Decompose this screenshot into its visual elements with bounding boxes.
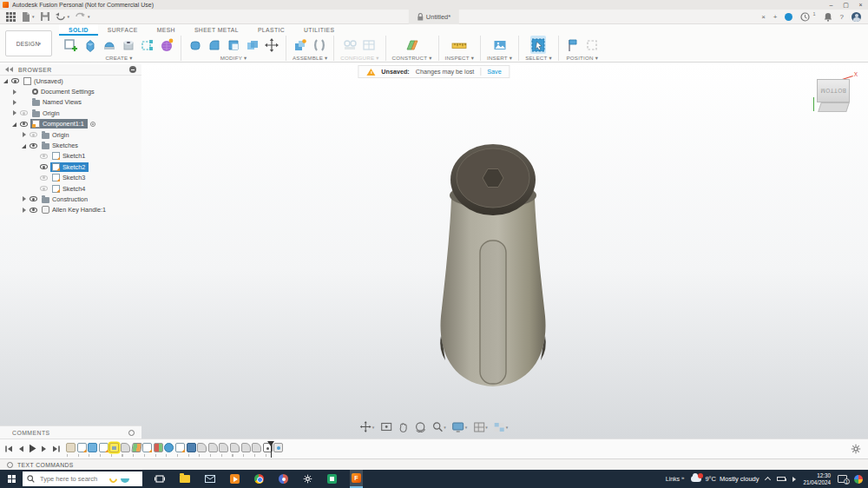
create-form-icon[interactable] bbox=[159, 37, 174, 53]
expand-arrow-icon[interactable] bbox=[12, 89, 17, 95]
movies-tv-icon[interactable] bbox=[228, 470, 241, 488]
minimize-button[interactable]: – bbox=[824, 2, 838, 9]
view-cube[interactable]: X BOTTOM bbox=[809, 73, 858, 118]
mail-icon[interactable] bbox=[203, 470, 217, 488]
browser-item[interactable]: Sketch4 bbox=[0, 183, 141, 194]
timeline-feature[interactable] bbox=[77, 443, 87, 452]
timeline-feature[interactable] bbox=[109, 443, 119, 452]
timeline-feature[interactable] bbox=[252, 443, 261, 452]
visibility-eye-icon[interactable] bbox=[30, 196, 37, 201]
document-tab[interactable]: Untitled* bbox=[409, 10, 459, 24]
app-grid-icon[interactable] bbox=[6, 12, 16, 22]
workspace-selector[interactable]: DESIGN ▾ bbox=[5, 30, 52, 56]
undo-caret-icon[interactable]: ▾ bbox=[68, 14, 70, 19]
sketch-dimension-icon[interactable] bbox=[140, 37, 155, 53]
ribbon-tab[interactable]: MESH bbox=[148, 24, 185, 36]
green-app-icon[interactable] bbox=[326, 470, 339, 488]
timeline-feature[interactable] bbox=[121, 443, 130, 452]
visibility-eye-icon[interactable] bbox=[20, 110, 28, 115]
combine-icon[interactable] bbox=[245, 37, 260, 53]
redo-caret-icon[interactable]: ▾ bbox=[88, 14, 90, 19]
save-icon[interactable] bbox=[41, 12, 49, 21]
zoom-icon[interactable] bbox=[431, 421, 443, 432]
visibility-eye-icon[interactable] bbox=[11, 78, 19, 83]
group-label-create[interactable]: CREATE▾ bbox=[105, 55, 132, 61]
expand-arrow-icon[interactable] bbox=[22, 132, 27, 137]
job-status-clock-icon[interactable] bbox=[800, 12, 810, 22]
browser-item[interactable]: Origin bbox=[0, 108, 141, 118]
fit-view-icon[interactable] bbox=[380, 422, 391, 432]
group-label-insert[interactable]: INSERT▾ bbox=[487, 55, 512, 61]
fillet-icon[interactable] bbox=[207, 37, 222, 53]
viewcube-face[interactable]: BOTTOM bbox=[817, 79, 850, 102]
ribbon-tab[interactable]: UTILITIES bbox=[294, 24, 344, 36]
search-input[interactable] bbox=[38, 474, 106, 484]
notifications-bell-icon[interactable] bbox=[824, 12, 832, 22]
undo-icon[interactable] bbox=[56, 12, 65, 21]
pan-hand-icon[interactable] bbox=[398, 422, 408, 432]
redo-icon[interactable] bbox=[76, 12, 85, 21]
timeline-feature[interactable] bbox=[99, 443, 108, 452]
timeline-feature[interactable] bbox=[142, 443, 152, 452]
browser-item[interactable]: Origin bbox=[0, 129, 141, 140]
create-sketch-icon[interactable] bbox=[63, 37, 79, 53]
save-button[interactable]: Save bbox=[487, 68, 501, 76]
browser-item[interactable]: Document Settings bbox=[0, 86, 141, 96]
viewport-canvas[interactable]: Unsaved: Changes may be lost Save BROWSE… bbox=[0, 63, 868, 439]
press-pull-icon[interactable] bbox=[187, 37, 203, 53]
go-to-start-icon[interactable] bbox=[4, 445, 13, 453]
timeline-feature[interactable] bbox=[131, 443, 142, 452]
shell-icon[interactable] bbox=[226, 37, 241, 53]
expand-arrow-icon[interactable] bbox=[12, 122, 17, 127]
display-settings-icon[interactable] bbox=[452, 422, 464, 432]
browser-item[interactable]: Component1:1 bbox=[0, 119, 141, 129]
group-label-configure[interactable]: CONFIGURE▾ bbox=[340, 55, 378, 61]
remove-filter-icon[interactable] bbox=[129, 66, 136, 73]
collapse-panel-icon[interactable] bbox=[5, 67, 14, 72]
timeline-feature[interactable] bbox=[154, 443, 163, 452]
bowl-interest-icon[interactable] bbox=[121, 478, 129, 483]
timeline-settings-gear-icon[interactable] bbox=[851, 444, 861, 454]
grid-layout-icon[interactable] bbox=[473, 422, 484, 432]
visibility-eye-icon[interactable] bbox=[30, 208, 37, 213]
expand-arrow-icon[interactable] bbox=[22, 196, 27, 201]
insert-image-icon[interactable] bbox=[492, 37, 508, 53]
ribbon-tab[interactable]: PLASTIC bbox=[248, 24, 294, 36]
browser-item[interactable]: Construction bbox=[0, 194, 141, 204]
file-icon[interactable] bbox=[22, 12, 30, 22]
ribbon-tab[interactable]: SOLID bbox=[59, 24, 98, 36]
timeline-feature[interactable] bbox=[66, 443, 76, 452]
hole-icon[interactable] bbox=[121, 37, 136, 53]
user-avatar[interactable] bbox=[852, 12, 861, 22]
battery-icon[interactable] bbox=[777, 477, 786, 481]
timeline-feature[interactable] bbox=[241, 443, 251, 452]
help-icon[interactable]: ? bbox=[840, 13, 844, 21]
expand-arrow-icon[interactable] bbox=[3, 78, 9, 83]
viewcube-side-face[interactable] bbox=[818, 102, 850, 112]
visibility-eye-icon[interactable] bbox=[30, 132, 37, 137]
ribbon-tab[interactable]: SHEET METAL bbox=[185, 24, 248, 36]
viewports-icon[interactable] bbox=[494, 422, 505, 432]
joint-icon[interactable] bbox=[312, 37, 327, 53]
notification-center-icon[interactable]: 1 bbox=[838, 475, 847, 483]
start-button[interactable] bbox=[0, 470, 23, 488]
browser-item[interactable]: Sketches bbox=[0, 140, 141, 150]
photos-app-icon[interactable] bbox=[277, 470, 290, 488]
visibility-eye-icon[interactable] bbox=[40, 186, 48, 191]
weather-widget[interactable]: 9°C Mostly cloudy bbox=[691, 475, 759, 483]
close-document-icon[interactable]: × bbox=[761, 13, 766, 21]
ribbon-tab[interactable]: SURFACE bbox=[98, 24, 148, 36]
play-icon[interactable] bbox=[29, 444, 36, 453]
select-icon[interactable] bbox=[530, 37, 546, 53]
browser-item[interactable]: Named Views bbox=[0, 97, 141, 108]
timeline-feature[interactable] bbox=[88, 443, 97, 452]
new-component-icon[interactable] bbox=[293, 37, 308, 53]
go-to-end-icon[interactable] bbox=[52, 445, 61, 453]
timeline-feature[interactable] bbox=[175, 443, 185, 452]
configure-icon[interactable] bbox=[342, 37, 358, 53]
visibility-eye-icon[interactable] bbox=[30, 143, 37, 148]
fusion-taskbar-icon[interactable]: F bbox=[350, 470, 363, 488]
capture-position-icon[interactable] bbox=[565, 37, 581, 53]
banana-interest-icon[interactable] bbox=[108, 473, 119, 485]
tray-expand-chevron-icon[interactable] bbox=[765, 477, 771, 483]
